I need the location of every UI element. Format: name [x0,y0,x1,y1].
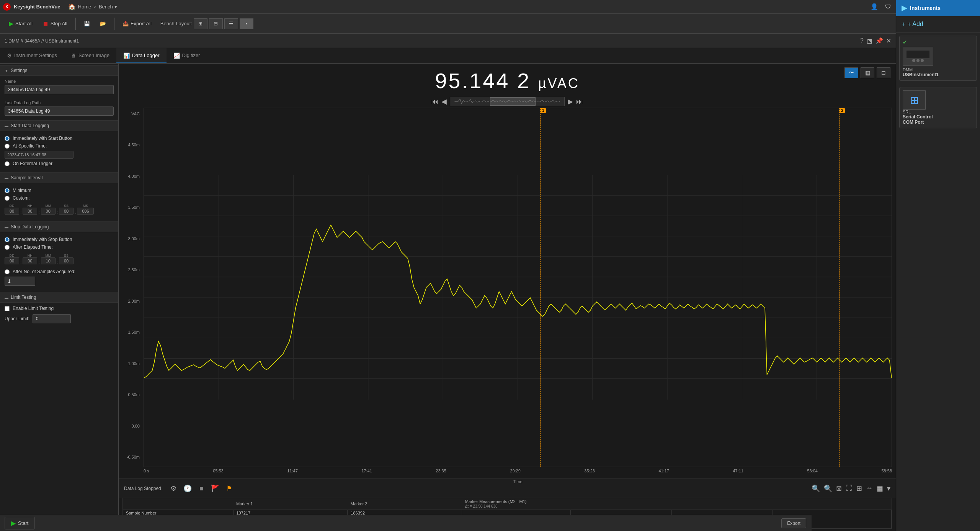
breadcrumb-popout-icon[interactable]: ⬔ [867,37,872,44]
start-specific-time-radio[interactable] [5,144,10,149]
chart-stop-button[interactable]: ⏹ [197,484,206,493]
zoom-reset-button[interactable]: ⊠ [836,484,842,493]
tab-screen-image[interactable]: 🖥 Screen Image [64,48,116,63]
tab-digitizer[interactable]: 📈 Digitizer [167,48,207,63]
time-field-ms: MS [77,204,94,217]
start-immediately-option[interactable]: Immediately with Start Button [5,136,114,141]
waveform-view-button[interactable]: 〜 [844,67,858,78]
start-specific-time-option[interactable]: At Specific Time: [5,143,114,149]
bench-dropdown-button[interactable]: Bench ▾ [99,4,117,10]
stop-elapsed-option[interactable]: After Elapsed Time: [5,244,114,250]
start-immediately-radio[interactable] [5,136,10,141]
layout-columns-button[interactable]: ⊟ [209,18,223,29]
user-icon[interactable]: 👤 [868,2,880,12]
sample-custom-radio[interactable] [5,196,10,201]
breadcrumb-pin-icon[interactable]: 📌 [875,37,883,44]
time-field-ss: SS [59,204,74,217]
sample-custom-option[interactable]: Custom: [5,195,114,201]
nav-range-bar[interactable] [450,97,565,106]
last-data-log-path-input[interactable] [5,107,114,116]
table-view-button[interactable]: ⊟ [877,67,890,78]
elapsed-input-ss[interactable] [59,257,74,264]
shield-icon[interactable]: 🛡 [882,2,894,12]
tab-instrument-settings[interactable]: ⚙ Instrument Settings [0,48,64,63]
start-button-bar: ▶ Start [0,515,119,531]
stop-all-button[interactable]: ⏹ Stop All [38,18,72,29]
elapsed-input-mm[interactable] [41,257,56,264]
digitizer-tab-icon: 📈 [173,52,180,59]
srl-instrument-card[interactable]: ⊞ SRL Serial ControlCOM Port [899,87,977,128]
layout-single-button[interactable]: ▪ [240,18,253,29]
chart-marker-button[interactable]: ⚑ [225,483,234,494]
samples-input[interactable] [5,277,35,286]
enable-limit-testing-option[interactable]: Enable Limit Testing [5,306,114,311]
chart-inner: 1 2 [144,108,892,467]
x-label-5858: 58:58 [881,469,892,473]
export-all-button[interactable]: 📤 Export All [118,19,156,28]
save-button[interactable]: 💾 [80,19,94,28]
time-input-dd[interactable] [5,208,19,215]
chart-flag-button[interactable]: 🚩 [209,483,221,494]
time-label-ms: MS [83,204,88,208]
histogram-view-button[interactable]: ▦ [861,67,874,78]
last-data-log-path-group: Last Data Log Path [0,97,118,119]
upper-limit-row: Upper Limit: [5,314,114,323]
elapsed-input-dd[interactable] [5,257,19,264]
nav-last-button[interactable]: ⏭ [576,98,583,106]
stop-immediately-option[interactable]: Immediately with Stop Button [5,237,114,242]
fit-width-button[interactable]: ↔ [866,484,873,492]
stop-immediately-radio[interactable] [5,237,10,242]
zoom-in-button[interactable]: 🔍 [812,484,820,493]
upper-limit-input[interactable] [33,314,71,323]
sample-minimum-radio[interactable] [5,188,10,193]
time-input-mm[interactable] [41,208,56,215]
expand-button[interactable]: ⊞ [856,484,862,493]
layout-rows-button[interactable]: ☰ [224,18,238,29]
settings-panel: ▼ Settings Name Last Data Log Path ▬ Sta… [0,64,119,531]
nav-next-button[interactable]: ▶ [568,97,573,106]
start-external-trigger-radio[interactable] [5,161,10,166]
chart-settings-button[interactable]: ⚙ [169,483,178,494]
measurement-value: 95.144 2 [435,69,531,93]
start-external-trigger-option[interactable]: On External Trigger [5,161,114,166]
marker-measurements-header: Marker Measurements (M2 - M1) Δt = 23.50… [462,498,892,510]
stop-collapse-icon: ▬ [5,225,8,229]
grid-button[interactable]: ▦ [877,484,883,493]
nav-first-button[interactable]: ⏮ [431,98,438,106]
export-button[interactable]: Export [781,518,806,528]
start-all-button[interactable]: ▶ Start All [5,18,37,29]
time-input-ss[interactable] [59,208,74,215]
nav-prev-button[interactable]: ◀ [441,97,447,106]
sample-minimum-option[interactable]: Minimum [5,188,114,193]
x-label-5304: 53:04 [807,469,818,473]
tab-data-logger[interactable]: 📊 Data Logger [116,48,167,63]
elapsed-input-hh[interactable] [23,257,37,264]
fit-view-button[interactable]: ⛶ [846,484,853,492]
start-button[interactable]: ▶ Start [5,517,35,529]
chart-clock-button[interactable]: 🕐 [182,483,193,494]
stop-samples-option[interactable]: After No. of Samples Acquired: [5,269,114,274]
elapsed-label-dd: DD [10,254,15,257]
more-options-button[interactable]: ▾ [887,484,890,493]
name-label: Name [5,79,114,84]
time-label-hh: HH [28,204,33,208]
stop-elapsed-radio[interactable] [5,245,10,250]
dmm-instrument-card[interactable]: ✔ DMM USBInstrument1 [899,36,977,81]
breadcrumb-help-icon[interactable]: ? [860,37,864,44]
chart-svg [144,108,892,467]
time-input-ms[interactable] [77,208,94,215]
layout-grid-button[interactable]: ⊞ [194,18,207,29]
export-icon: 📤 [122,21,129,26]
name-input[interactable] [5,85,114,94]
enable-limit-testing-checkbox[interactable] [5,306,10,311]
specific-time-input[interactable] [5,151,74,159]
time-field-hh: HH [23,204,37,217]
add-instrument-button[interactable]: + + Add [896,16,980,33]
sample-interval-header: ▬ Sample Interval [0,172,118,183]
open-button[interactable]: 📂 [96,19,110,28]
zoom-out-button[interactable]: 🔍 [824,484,832,493]
x-label-2335: 23:35 [436,469,446,473]
stop-samples-radio[interactable] [5,269,10,274]
time-input-hh[interactable] [23,208,37,215]
breadcrumb-close-icon[interactable]: ✕ [886,37,891,44]
